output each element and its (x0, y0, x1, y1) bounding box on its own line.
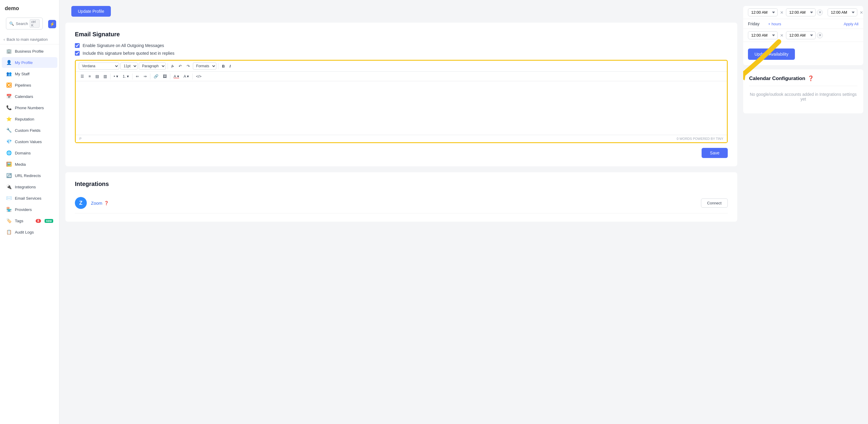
friday-time-start[interactable]: 12:00 AM (748, 31, 778, 39)
apply-all-link[interactable]: Apply All (844, 22, 859, 26)
toolbar-sep-3 (110, 74, 111, 80)
url-redirects-icon: ↪️ (6, 173, 12, 178)
bold-btn[interactable]: B (220, 63, 226, 69)
sidebar-item-pipelines[interactable]: 🔀 Pipelines (2, 80, 57, 90)
back-nav-label: Back to main navigation (6, 37, 48, 41)
availability-card: 12:00 AM ✕ 12:00 AM ✕ 12:00 AM ✕ (743, 6, 863, 65)
media-icon: 🖼️ (6, 162, 12, 167)
sidebar-item-tags[interactable]: 🏷️ Tags 8 new (2, 216, 57, 226)
toolbar-sep-4 (132, 74, 132, 80)
sidebar-item-url-redirects[interactable]: ↪️ URL Redirects (2, 170, 57, 181)
sidebar-item-email-services[interactable]: ✉️ Email Services (2, 193, 57, 203)
enable-signature-label: Enable Signature on All Outgoing Message… (83, 43, 164, 48)
italic-clear-btn[interactable]: Ix (170, 63, 176, 69)
italic-btn[interactable]: I (228, 63, 232, 69)
sidebar-item-custom-values[interactable]: 💎 Custom Values (2, 136, 57, 147)
editor-content-area[interactable] (76, 81, 727, 135)
font-size-select[interactable]: 11pt 8pt 10pt 12pt 14pt (120, 62, 137, 69)
link-btn[interactable]: 🔗 (152, 73, 160, 80)
sidebar-item-label: Tags (15, 219, 24, 223)
include-before-quoted-checkbox[interactable] (75, 51, 80, 56)
time-row-1: 12:00 AM ✕ 12:00 AM ✕ 12:00 AM ✕ (743, 6, 863, 19)
sidebar-item-label: Audit Logs (15, 230, 34, 234)
sidebar-item-calendars[interactable]: 📅 Calendars (2, 91, 57, 102)
integrations-card: Integrations Z Zoom ❓ Connect (65, 172, 737, 222)
time-end-1[interactable]: 12:00 AM (786, 8, 816, 17)
font-family-select[interactable]: Verdana Arial Times New Roman (79, 62, 119, 69)
sidebar: demo 🔍 Search ctrl K ⚡ ‹ Back to main na… (0, 0, 59, 424)
friday-row: Friday + hours Apply All (743, 19, 863, 29)
calendar-config-help-icon[interactable]: ❓ (808, 75, 814, 82)
outdent-btn[interactable]: ⇐ (134, 73, 141, 80)
sidebar-item-label: Calendars (15, 94, 33, 99)
email-signature-card: Email Signature Enable Signature on All … (65, 23, 737, 166)
sidebar-item-domains[interactable]: 🌐 Domains (2, 148, 57, 158)
plus-hours-link[interactable]: + hours (768, 22, 781, 26)
save-button[interactable]: Save (702, 148, 728, 158)
friday-label: Friday (748, 22, 766, 26)
back-to-main-nav[interactable]: ‹ Back to main navigation (0, 35, 59, 44)
sidebar-item-label: Business Profile (15, 49, 44, 54)
sidebar-item-my-profile[interactable]: 👤 My Profile (2, 57, 57, 68)
align-center-btn[interactable]: ≡ (87, 73, 93, 80)
zoom-integration-row: Z Zoom ❓ Connect (75, 193, 728, 213)
text-color-btn[interactable]: A ▾ (172, 73, 181, 80)
sidebar-item-label: Pipelines (15, 83, 31, 87)
time-start-1[interactable]: 12:00 AM (748, 8, 778, 17)
bg-color-btn[interactable]: A ▾ (182, 73, 191, 80)
paragraph-select[interactable]: Paragraph Heading 1 Heading 2 (139, 62, 166, 69)
time-start-1b[interactable]: 12:00 AM (828, 8, 857, 17)
formats-select[interactable]: Formats (193, 62, 216, 69)
email-signature-title: Email Signature (75, 31, 728, 38)
source-code-btn[interactable]: </> (194, 73, 203, 80)
numbered-list-btn[interactable]: 1. ▾ (121, 73, 131, 80)
update-profile-section: Update Profile (59, 0, 743, 17)
update-profile-button[interactable]: Update Profile (71, 6, 111, 17)
sidebar-item-providers[interactable]: 🏪 Providers (2, 204, 57, 215)
bullet-list-btn[interactable]: • ▾ (112, 73, 120, 80)
enable-signature-checkbox[interactable] (75, 43, 80, 48)
editor-footer: P 0 WORDS POWERED BY TINY (76, 135, 727, 142)
update-availability-button[interactable]: Update Availability (748, 49, 795, 60)
remove-time-1[interactable]: ✕ (817, 9, 823, 16)
flash-button[interactable]: ⚡ (48, 20, 56, 28)
sidebar-item-label: Custom Fields (15, 128, 40, 133)
indent-btn[interactable]: ⇒ (142, 73, 149, 80)
sidebar-item-business-profile[interactable]: 🏢 Business Profile (2, 46, 57, 57)
zoom-name: Zoom ❓ (91, 201, 109, 206)
align-justify-btn[interactable]: ▥ (102, 73, 109, 80)
sidebar-item-custom-fields[interactable]: 🔧 Custom Fields (2, 125, 57, 136)
calendar-config-title: Calendar Configuration ❓ (749, 75, 857, 82)
image-btn[interactable]: 🖼 (161, 73, 168, 80)
align-right-btn[interactable]: ▤ (94, 73, 101, 80)
friday-time-end[interactable]: 12:00 AM (786, 31, 816, 39)
search-bar[interactable]: 🔍 Search ctrl K (6, 18, 43, 29)
sidebar-item-integrations[interactable]: 🔌 Integrations (2, 181, 57, 192)
undo-btn[interactable]: ↶ (177, 63, 184, 69)
zoom-help-icon[interactable]: ❓ (104, 201, 109, 205)
sidebar-item-label: Providers (15, 207, 32, 212)
sidebar-item-media[interactable]: 🖼️ Media (2, 159, 57, 170)
phone-numbers-icon: 📞 (6, 105, 12, 110)
editor-word-count: 0 WORDS POWERED BY TINY (677, 137, 723, 140)
include-before-quoted-label: Include this signature before quoted tex… (83, 51, 175, 56)
sidebar-item-my-staff[interactable]: 👥 My Staff (2, 68, 57, 79)
my-staff-icon: 👥 (6, 71, 12, 77)
domains-icon: 🌐 (6, 150, 12, 156)
redo-btn[interactable]: ↷ (185, 63, 192, 69)
email-services-icon: ✉️ (6, 196, 12, 201)
business-profile-icon: 🏢 (6, 49, 12, 54)
sidebar-item-reputation[interactable]: ⭐ Reputation (2, 114, 57, 124)
integrations-title: Integrations (75, 180, 728, 188)
toolbar-sep-1 (167, 63, 168, 69)
align-left-btn[interactable]: ☰ (79, 73, 86, 80)
audit-logs-icon: 📋 (6, 229, 12, 235)
remove-friday-time[interactable]: ✕ (817, 32, 823, 38)
zoom-connect-button[interactable]: Connect (701, 198, 728, 208)
calendar-config-empty-message: No google/outlook accounts added in Inte… (749, 86, 857, 107)
sidebar-item-phone-numbers[interactable]: 📞 Phone Numbers (2, 102, 57, 113)
tags-badge-new: new (44, 219, 53, 223)
email-signature-editor[interactable]: Verdana Arial Times New Roman 11pt 8pt 1… (75, 60, 728, 143)
sidebar-item-audit-logs[interactable]: 📋 Audit Logs (2, 227, 57, 237)
sidebar-item-label: Custom Values (15, 140, 42, 144)
